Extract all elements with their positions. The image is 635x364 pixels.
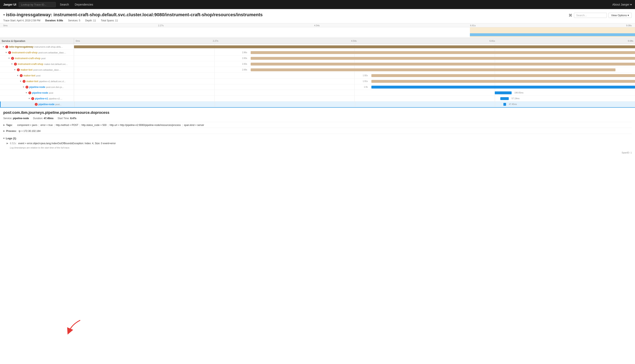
trace-lookup-input[interactable] [19,2,56,7]
span-expand-icon[interactable]: ▼ [19,80,22,82]
span-expand-icon[interactable]: ▼ [28,97,31,100]
service-name-label: maker-bot [26,80,38,83]
span-duration-label: 2.86s [242,51,248,54]
process-row: ▶ Process: ip = 172.30.102.184 [3,130,632,132]
detail-start-time: Start Time: 8.47s [58,117,76,120]
span-row[interactable]: ▼!instrument-craft-shoppost:com.sebastia… [0,50,635,56]
span-bar [251,51,635,54]
span-expand-icon[interactable]: ▼ [5,51,8,54]
span-bar [251,57,635,60]
log-note: Log timestamps are relative to the start… [3,146,632,150]
tag-separator: | [80,124,80,126]
view-options-button[interactable]: View Options ▾ [608,13,632,18]
service-name-label: pipeline-n1 [35,97,48,100]
search-input[interactable] [574,13,607,18]
span-timeline-col: 1.92s [74,73,635,78]
tags-key-label: Tags: [6,124,13,126]
span-timeline-col: 2.86s [74,50,635,55]
service-name-label: maker-bot [24,74,35,77]
timeline-col-header: 0ms 2.27s 4.54s 6.81s 9.08s [74,38,635,44]
service-name-label: maker-bot [21,68,33,71]
operation-label: instrument-craft-shop.default.svc.c... [34,46,63,48]
span-bar [503,103,506,106]
span-expand-icon[interactable]: ▼ [8,57,10,59]
error-icon: ! [35,103,38,106]
page-title-text: istio-ingressgateway: instrument-craft-s… [6,12,263,18]
minimap-label-227s: 2.27s [158,24,164,27]
duration-value: Duration: 9.08s [45,19,63,22]
span-expand-icon[interactable]: ▼ [22,86,25,88]
span-expand-icon[interactable]: ▼ [14,68,16,71]
log-entries: ▶8.52s:event = error.object=java.lang.In… [3,141,632,146]
operation-label: post... [55,103,62,106]
span-bar [74,46,635,48]
span-duration-label: 2.83s [242,63,248,65]
tags-caret-icon[interactable]: ▶ [3,124,5,126]
minimap-bar-area[interactable] [0,27,635,38]
page-header: ▾ istio-ingressgateway: instrument-craft… [0,9,635,24]
span-row[interactable]: ▼!instrument-craft-shoppost2.83s [0,56,635,61]
span-duration-label: 2.69s [242,68,248,71]
span-bar [371,74,635,77]
log-entry: ▶8.52s:event = error.object=java.lang.In… [3,141,632,146]
title-chevron-icon[interactable]: ▾ [3,13,5,16]
trace-header-row: Service & Operation 0ms 2.27s 4.54s 6.81… [0,38,635,44]
timeline-label-454s: 4.54s [351,40,357,42]
process-caret-icon[interactable]: ▶ [3,130,5,132]
logs-header[interactable]: ▾ Logs (1) [3,136,632,141]
error-icon: ! [17,68,20,71]
span-expand-icon[interactable]: ▼ [11,63,13,65]
service-name-label: instrument-craft-shop [15,57,41,60]
span-timeline-col: 47.45ms [75,102,635,107]
span-row[interactable]: ▼!istio-ingressgatewayinstrument-craft-s… [0,44,635,50]
span-expand-icon[interactable]: ▼ [17,74,19,76]
span-duration-label: 1.9s [364,86,369,88]
detail-start-time-value: 8.47s [70,117,76,120]
service-col-header: Service & Operation [0,38,74,44]
minimap-fill-bar-2 [470,33,635,36]
span-row[interactable]: ▼!maker-botpipeline-n1.default.svc.cl...… [0,78,635,84]
detail-title: post:com.ibm.journeys.pipeline.pipeliner… [3,110,632,115]
error-icon: ! [11,57,14,60]
span-row[interactable]: ▼!pipeline-nodepost:com.ibm.jo...1.9s [0,84,635,90]
error-icon: ! [5,46,8,48]
service-name-label: pipeline-node [39,103,55,106]
span-row[interactable]: ▼!pipeline-nodepost198.65ms [0,90,635,96]
span-duration-label: 1.92s [363,74,369,76]
trace-metadata: Trace Start: April 4, 2019 2:59 PM Durat… [3,19,632,22]
span-row[interactable]: ▼!maker-botpost1.92s [0,73,635,78]
total-spans-value: Total Spans: 11 [101,19,118,22]
span-label-col: ▼!maker-botpipeline-n1.default.svc.cl... [0,78,74,84]
span-row[interactable]: ▼!instrument-craft-shopmaker-bot.default… [0,61,635,67]
detail-duration-value: 47.45ms [44,117,54,120]
detail-service-value: pipeline-node [13,117,29,120]
span-bar [500,97,509,100]
error-icon: ! [20,74,23,77]
search-nav-button[interactable]: Search [58,2,71,7]
error-icon: ! [14,63,17,66]
detail-panel: post:com.ibm.journeys.pipeline.pipeliner… [0,107,635,157]
operation-label: maker-bot.default.svc... [44,63,68,65]
timeline-label-227s: 2.27s [213,40,218,42]
span-row[interactable]: ▼!pipeline-n1pipeline-n2....57.19ms [0,96,635,102]
span-row[interactable]: ▼!maker-botpost:com.sebastian_daschner.m… [0,67,635,73]
minimap-label-0ms: 0ms [3,24,8,27]
span-duration-label: 57.19ms [512,97,519,100]
service-name-label: istio-ingressgateway [9,46,34,48]
log-caret-icon[interactable]: ▶ [7,142,8,144]
tag-item: http.method = POST [56,124,78,126]
tag-item: error = true [41,124,53,126]
detail-footer: SpanID: 1 [3,150,632,154]
services-value: Services: 5 [68,19,80,22]
about-nav-button[interactable]: About Jaeger ▾ [612,3,632,6]
span-expand-icon[interactable]: ▼ [2,46,5,48]
tags-values: component = jaxrs | error = true | http.… [17,124,204,126]
span-label-col: ▼!istio-ingressgatewayinstrument-craft-s… [0,44,74,50]
detail-service: Service: pipeline-node [3,117,29,120]
dependencies-nav-button[interactable]: Dependencies [73,2,95,7]
service-name-label: pipeline-node [29,86,45,88]
span-label-col: ▼!pipeline-n1pipeline-n2.... [0,96,74,101]
span-expand-icon[interactable]: ▼ [25,92,28,94]
span-row[interactable]: !pipeline-nodepost...47.45ms [0,102,635,107]
span-duration-label: 198.65ms [514,92,523,94]
